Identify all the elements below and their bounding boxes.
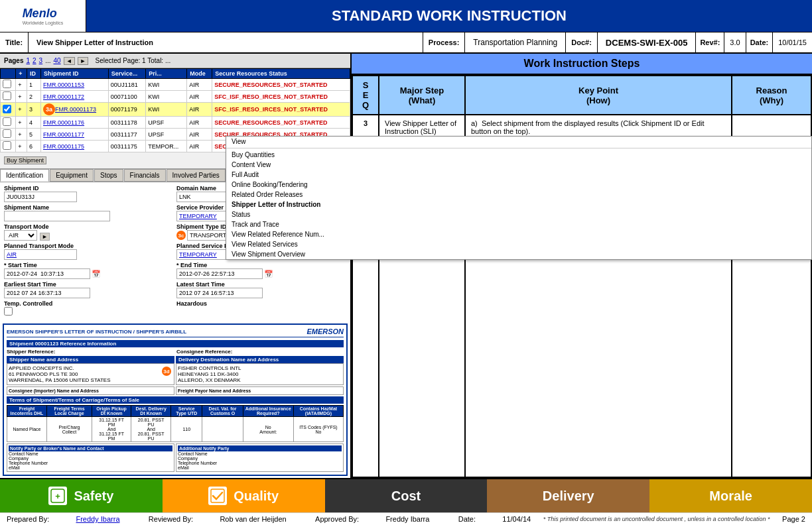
row-service: 00071100 xyxy=(108,91,146,103)
sli-consignee-section: Delivery Destination Name and Address xyxy=(176,356,344,363)
footer-page: Page 2 xyxy=(782,515,805,523)
row-pri: UPSF xyxy=(146,117,187,129)
col-status: Secure Resources Status xyxy=(212,69,350,79)
title-row: Title: View Shipper Letter of Instructio… xyxy=(0,32,812,54)
transport-mode-select[interactable]: AIR xyxy=(4,230,37,241)
table-row[interactable]: +1FMR.0000115300UJ1181KWIAIRSECURE_RESOU… xyxy=(1,79,350,91)
temp-controlled-checkbox[interactable] xyxy=(4,307,13,316)
right-panel: Work Instruction Steps SEQ Major Step(Wh… xyxy=(352,54,812,478)
svg-text:+: + xyxy=(56,491,61,501)
row-checkbox[interactable] xyxy=(3,117,11,126)
shipment-id-link[interactable]: FMR.00001173 xyxy=(55,106,96,113)
start-time-calendar-icon[interactable]: 📅 xyxy=(92,270,101,278)
table-row[interactable]: +2FMR.0000117200071100KWIAIRSFC_ISF_RESO… xyxy=(1,91,350,103)
dropdown-content-view[interactable]: Content View xyxy=(226,160,352,170)
row-id: 6 xyxy=(27,141,41,152)
sli-freight-payor-label: Freight Payor Name and Address xyxy=(178,388,342,393)
col-shipment-id: Shipment ID xyxy=(41,69,109,79)
tab-involved-parties[interactable]: Involved Parties xyxy=(167,169,226,182)
row-checkbox[interactable] xyxy=(3,105,11,113)
dropdown-related-services[interactable]: View Related Services xyxy=(226,239,352,249)
dropdown-status[interactable]: Status xyxy=(226,209,352,219)
transport-mode-edit[interactable]: ► xyxy=(40,233,50,241)
table-row[interactable]: +4FMR.0000117600311178UPSFAIRSECURE_RESO… xyxy=(1,117,350,129)
row-checkbox[interactable] xyxy=(3,80,11,88)
col-origin-pickup: Origin Pickup Dt Known xyxy=(92,406,131,417)
terms-named-place: Named Place xyxy=(7,417,47,442)
bottom-safety[interactable]: + Safety xyxy=(0,479,163,512)
tab-identification[interactable]: Identification xyxy=(0,169,49,182)
end-time-calendar-icon[interactable]: 📅 xyxy=(264,270,273,278)
latest-start-input[interactable] xyxy=(176,288,263,298)
terms-service: 110 xyxy=(171,417,202,442)
shipment-id-link[interactable]: FMR.00001177 xyxy=(43,131,84,138)
terms-decl-val xyxy=(202,417,243,442)
sli-shipper-name-section: Shipper Name and Address xyxy=(7,356,174,363)
tab-equipment[interactable]: Equipment xyxy=(50,169,94,182)
table-row[interactable]: +33aFMR.0000117300071179KWIAIRSFC_ISF_RE… xyxy=(1,103,350,117)
wi-col-reason: Reason(Why) xyxy=(732,76,811,115)
dropdown-sli[interactable]: Shipper Letter of Instruction xyxy=(226,200,352,209)
dropdown-shipment-overview[interactable]: View Shipment Overview xyxy=(226,249,352,259)
bottom-quality[interactable]: Quality xyxy=(163,479,325,512)
end-time-input[interactable] xyxy=(176,268,263,279)
page-link-40[interactable]: 40 xyxy=(54,57,61,64)
terms-insurance: NoAmount: xyxy=(243,417,293,442)
row-shipment-id: FMR.00001175 xyxy=(41,141,109,152)
shipment-name-input[interactable] xyxy=(4,211,110,221)
page-nav-prev[interactable]: ◄ xyxy=(64,57,75,65)
page-link-1[interactable]: 1 xyxy=(26,57,30,64)
page-nav-next[interactable]: ► xyxy=(78,57,89,65)
shipment-id-link[interactable]: FMR.00001172 xyxy=(43,93,84,100)
row-checkbox[interactable] xyxy=(3,141,11,150)
page-link-3[interactable]: 3 xyxy=(39,57,43,64)
sli-consignee-importer-label: Consignee (Importer) Name and Address xyxy=(9,388,172,393)
tab-stops[interactable]: Stops xyxy=(94,169,123,182)
cost-label: Cost xyxy=(391,489,421,504)
sli-telephone: Telephone Number xyxy=(9,461,172,465)
transport-mode-label: Transport Mode xyxy=(4,223,174,230)
row-id: 4 xyxy=(27,117,41,129)
row-plus: + xyxy=(16,141,27,152)
shipment-id-link[interactable]: FMR.00001175 xyxy=(43,143,84,150)
sli-add-company: Company xyxy=(178,456,342,461)
logo-area: Menlo Worldwide Logistics xyxy=(0,0,86,32)
end-time-label: * End Time xyxy=(176,262,346,268)
row-checkbox[interactable] xyxy=(3,91,11,100)
shipment-id-label: Shipment ID xyxy=(4,185,174,192)
shipment-id-link[interactable]: FMR.00001176 xyxy=(43,119,84,126)
shipment-id-input[interactable] xyxy=(4,192,77,202)
buy-shipment-button[interactable]: Buy Shipment xyxy=(4,156,46,164)
row-status: SFC_ISF_RESO_IRCES_NOT_STARTED xyxy=(212,103,350,117)
dropdown-full-audit[interactable]: Full Audit xyxy=(226,170,352,180)
footer-prepared-name[interactable]: Freddy Ibarra xyxy=(76,515,119,523)
row-checkbox[interactable] xyxy=(3,129,11,138)
bottom-cost[interactable]: Cost xyxy=(325,479,488,512)
title-label: Title: xyxy=(0,32,29,52)
dropdown-online-booking[interactable]: Online Booking/Tendering xyxy=(226,180,352,190)
row-shipment-id: FMR.00001172 xyxy=(41,91,109,103)
row-mode: AIR xyxy=(187,129,212,141)
dropdown-related-order[interactable]: Related Order Releases xyxy=(226,190,352,200)
start-time-label: * Start Time xyxy=(4,262,174,268)
col-freight-terms: Freight Terms Local Charge xyxy=(46,406,92,417)
row-plus: + xyxy=(16,79,27,91)
bottom-delivery[interactable]: Delivery xyxy=(487,479,649,512)
dropdown-view[interactable]: View xyxy=(226,137,352,146)
shipper-address-text: APPLIED CONCEPTS INC. 61 PENNWOOD PLS TE… xyxy=(9,365,172,383)
bottom-morale[interactable]: Morale xyxy=(649,479,812,512)
dropdown-ref-num[interactable]: View Related Reference Num... xyxy=(226,229,352,239)
wi-col-key-point: Key Point(How) xyxy=(465,76,732,115)
row-mode: AIR xyxy=(187,117,212,129)
callout-3a: 3a xyxy=(43,103,55,115)
buy-shipment-area: Buy Shipment 3b SmartLinks View Buy Quan… xyxy=(0,152,350,169)
page-link-2[interactable]: 2 xyxy=(33,57,36,64)
sli-title: EMERSON SHIPPER'S LETTER OF INSTRUCTION … xyxy=(7,329,186,335)
tab-financials[interactable]: Financials xyxy=(124,169,166,182)
planned-transport-input[interactable] xyxy=(4,249,77,260)
shipment-id-link[interactable]: FMR.00001153 xyxy=(43,82,84,88)
dropdown-track[interactable]: Track and Trace xyxy=(226,219,352,229)
dropdown-buy-quantities[interactable]: Buy Quantities xyxy=(226,150,352,160)
start-time-input[interactable] xyxy=(4,268,90,279)
earliest-start-input[interactable] xyxy=(4,288,90,298)
